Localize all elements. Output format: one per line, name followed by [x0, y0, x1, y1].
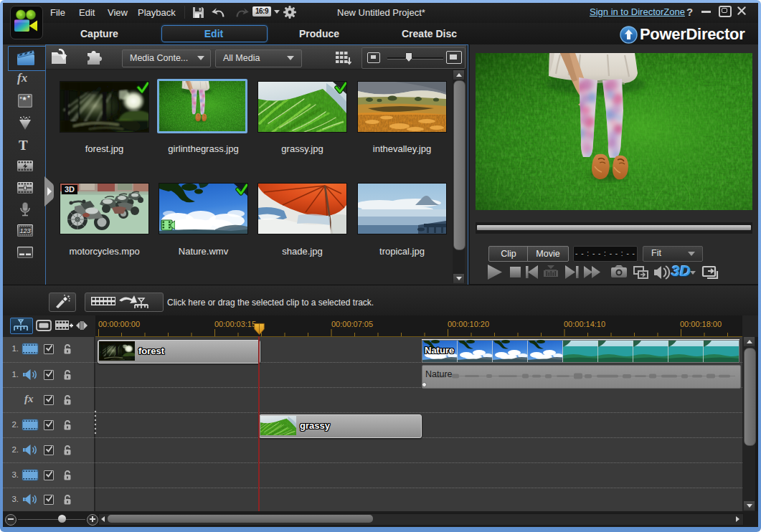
- svg-text:*: *: [27, 94, 30, 101]
- svg-text:123: 123: [19, 227, 30, 234]
